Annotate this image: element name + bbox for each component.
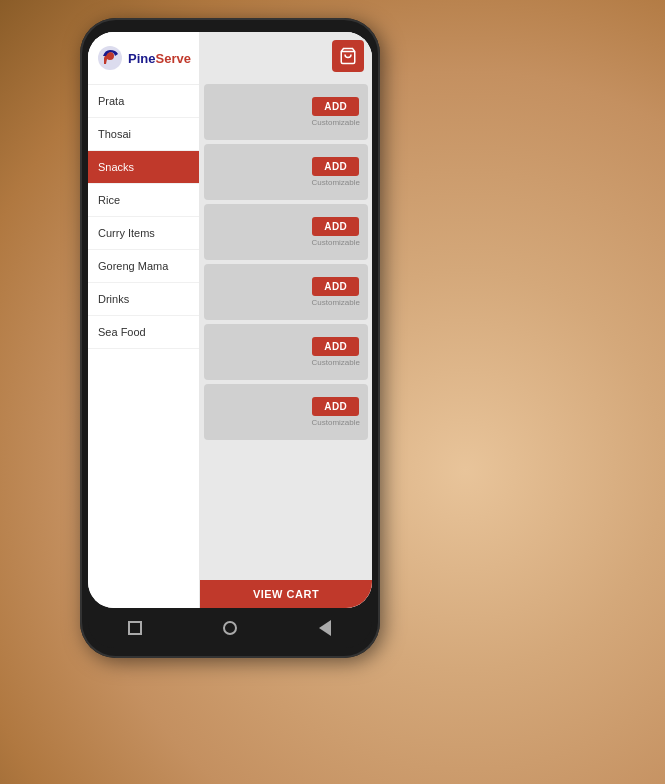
menu-item-4: ADD Customizable [204,264,368,320]
customizable-label-5: Customizable [312,358,360,367]
app-header: PineServe [88,32,199,85]
customizable-label-6: Customizable [312,418,360,427]
phone-navigation [88,608,372,648]
square-icon [128,621,142,635]
logo: PineServe [96,44,191,72]
sidebar-item-snacks[interactable]: Snacks [88,151,199,184]
menu-items-list: ADD Customizable ADD Customizable ADD [200,80,372,580]
sidebar-item-prata[interactable]: Prata [88,85,199,118]
sidebar-item-goreng-mama[interactable]: Goreng Mama [88,250,199,283]
cart-icon-button[interactable] [332,40,364,72]
triangle-icon [319,620,331,636]
menu-item-6: ADD Customizable [204,384,368,440]
menu-item-1: ADD Customizable [204,84,368,140]
sidebar-item-thosai[interactable]: Thosai [88,118,199,151]
customizable-label-3: Customizable [312,238,360,247]
sidebar-item-sea-food[interactable]: Sea Food [88,316,199,349]
add-button-2[interactable]: ADD [312,157,359,176]
item-4-actions: ADD Customizable [312,277,360,307]
nav-square-button[interactable] [126,619,144,637]
phone-device: PineServe Prata Thosai Snacks Rice Curry… [80,18,380,658]
circle-icon [223,621,237,635]
pineserve-logo-icon [96,44,124,72]
nav-back-button[interactable] [316,619,334,637]
add-button-4[interactable]: ADD [312,277,359,296]
sidebar-item-rice[interactable]: Rice [88,184,199,217]
sidebar-item-drinks[interactable]: Drinks [88,283,199,316]
menu-item-3: ADD Customizable [204,204,368,260]
phone-screen: PineServe Prata Thosai Snacks Rice Curry… [88,32,372,608]
content-header [200,32,372,80]
add-button-6[interactable]: ADD [312,397,359,416]
add-button-1[interactable]: ADD [312,97,359,116]
item-3-actions: ADD Customizable [312,217,360,247]
sidebar-item-curry-items[interactable]: Curry Items [88,217,199,250]
main-content: ADD Customizable ADD Customizable ADD [200,32,372,608]
sidebar: PineServe Prata Thosai Snacks Rice Curry… [88,32,200,608]
logo-text: PineServe [128,49,191,67]
customizable-label-1: Customizable [312,118,360,127]
menu-item-2: ADD Customizable [204,144,368,200]
add-button-5[interactable]: ADD [312,337,359,356]
cart-icon [339,47,357,65]
item-2-actions: ADD Customizable [312,157,360,187]
item-5-actions: ADD Customizable [312,337,360,367]
item-6-actions: ADD Customizable [312,397,360,427]
scene: PineServe Prata Thosai Snacks Rice Curry… [0,0,665,784]
customizable-label-2: Customizable [312,178,360,187]
customizable-label-4: Customizable [312,298,360,307]
add-button-3[interactable]: ADD [312,217,359,236]
view-cart-button[interactable]: VIEW CART [200,580,372,608]
nav-home-button[interactable] [221,619,239,637]
menu-item-5: ADD Customizable [204,324,368,380]
item-1-actions: ADD Customizable [312,97,360,127]
